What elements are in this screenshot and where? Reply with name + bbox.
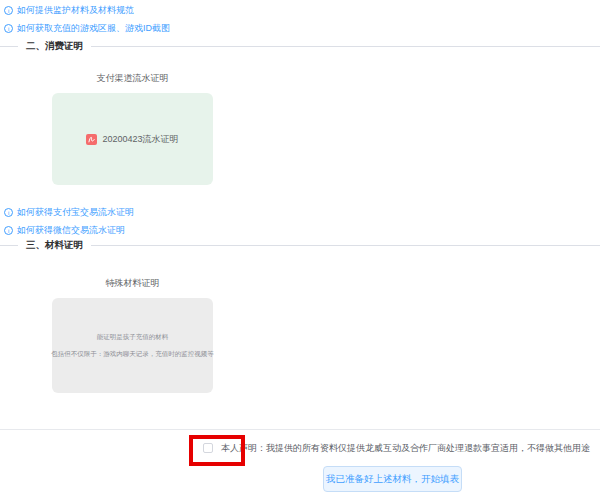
pdf-icon (86, 134, 97, 145)
payment-statement-filename: 20200423流水证明 (102, 133, 178, 146)
special-material-card: 能证明是孩子充值的材料 包括但不仅限于：游戏内聊天记录，充值时的监控视频等 (52, 298, 213, 393)
declaration-row: 本人声明：我提供的所有资料仅提供龙威互动及合作厂商处理退款事宜适用，不得做其他用… (203, 442, 590, 454)
info-icon (4, 6, 13, 15)
special-material-label: 特殊材料证明 (52, 277, 213, 289)
help-link-label: 如何提供监护材料及材料规范 (17, 4, 134, 16)
divider-line (0, 245, 18, 246)
help-link-label: 如何获得微信交易流水证明 (17, 224, 125, 236)
help-link-wechat-statement[interactable]: 如何获得微信交易流水证明 (4, 224, 125, 236)
start-form-button[interactable]: 我已准备好上述材料，开始填表 (323, 466, 462, 492)
payment-statement-label: 支付渠道流水证明 (52, 72, 213, 84)
declaration-checkbox[interactable] (203, 443, 213, 453)
section-title-consumption: 二、消费证明 (26, 40, 83, 53)
help-link-label: 如何获得支付宝交易流水证明 (17, 206, 134, 218)
divider-line (0, 46, 18, 47)
divider-line (91, 245, 600, 246)
section-divider-materials: 三、材料证明 (0, 239, 600, 251)
section-divider-consumption: 二、消费证明 (0, 40, 600, 52)
info-icon (4, 24, 13, 33)
info-icon (4, 208, 13, 217)
special-material-hint-1: 能证明是孩子充值的材料 (97, 331, 169, 343)
section-title-materials: 三、材料证明 (26, 239, 83, 252)
special-material-hint-2: 包括但不仅限于：游戏内聊天记录，充值时的监控视频等 (51, 348, 214, 360)
help-link-game-id-screenshot[interactable]: 如何获取充值的游戏区服、游戏ID截图 (4, 22, 170, 34)
help-link-alipay-statement[interactable]: 如何获得支付宝交易流水证明 (4, 206, 134, 218)
declaration-text: 本人声明：我提供的所有资料仅提供龙威互动及合作厂商处理退款事宜适用，不得做其他用… (221, 442, 590, 455)
info-icon (4, 226, 13, 235)
help-link-label: 如何获取充值的游戏区服、游戏ID截图 (17, 22, 170, 34)
payment-statement-card[interactable]: 20200423流水证明 (52, 93, 213, 185)
refund-materials-page: 如何提供监护材料及材料规范 如何获取充值的游戏区服、游戏ID截图 二、消费证明 … (0, 0, 600, 497)
help-link-guardian-materials[interactable]: 如何提供监护材料及材料规范 (4, 4, 134, 16)
footer-divider (0, 429, 600, 430)
divider-line (91, 46, 600, 47)
